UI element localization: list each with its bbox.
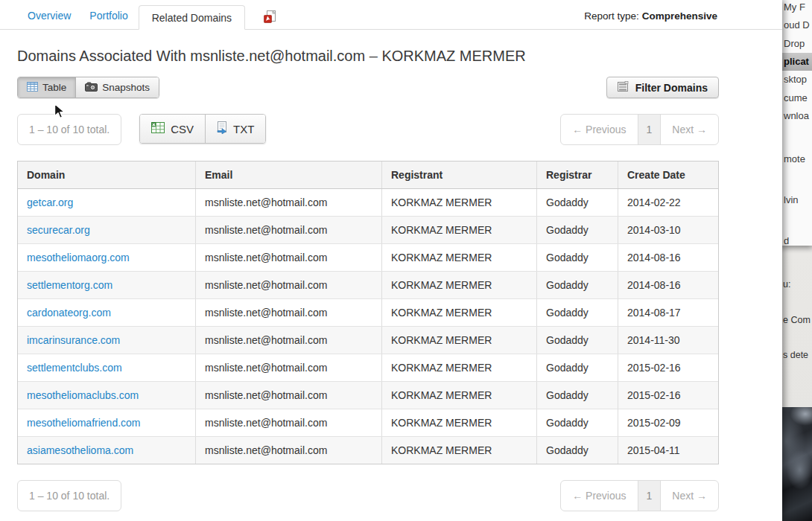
camera-icon <box>85 82 98 94</box>
tab-related-domains[interactable]: Related Domains <box>139 5 245 30</box>
table-row: settlementorg.com msnliste.net@hotmail.c… <box>18 272 718 299</box>
report-type-label: Report type: <box>584 10 639 22</box>
domain-link[interactable]: cardonateorg.com <box>27 307 111 319</box>
related-domains-content: Domains Associated With msnliste.net@hot… <box>17 48 719 511</box>
domain-cell: asiamesothelioma.com <box>18 437 195 464</box>
email-cell: msnliste.net@hotmail.com <box>195 437 381 464</box>
report-type: Report type:Comprehensive <box>584 10 717 22</box>
registrar-cell: Godaddy <box>536 437 618 464</box>
create-date-cell: 2014-02-22 <box>618 189 718 216</box>
finder-sidebar-item[interactable]: d <box>784 235 789 246</box>
finder-sidebar-item[interactable]: cume <box>784 92 808 103</box>
domain-link[interactable]: mesotheliomafriend.com <box>27 417 141 429</box>
background-document-window: u: e Com s dete <box>781 246 812 407</box>
create-date-cell: 2015-02-16 <box>618 354 718 381</box>
table-grid-icon <box>27 82 38 94</box>
registrar-cell: Godaddy <box>536 382 618 409</box>
txt-export-button[interactable]: TXT <box>205 115 265 143</box>
registrant-cell: KORKMAZ MERMER <box>381 382 536 409</box>
previous-page-button[interactable]: ← Previous <box>561 115 637 144</box>
tab-portfolio[interactable]: Portfolio <box>89 10 127 29</box>
domain-cell: mesotheliomaclubs.com <box>18 382 195 409</box>
next-page-button[interactable]: Next → <box>661 115 718 144</box>
domain-cell: securecar.org <box>18 217 195 243</box>
registrar-cell: Godaddy <box>536 409 618 436</box>
domain-link[interactable]: mesotheliomaorg.com <box>27 252 130 263</box>
registrant-cell: KORKMAZ MERMER <box>381 437 536 464</box>
create-date-cell: 2015-04-11 <box>618 437 718 464</box>
table-row: mesotheliomaorg.com msnliste.net@hotmail… <box>18 244 718 272</box>
domain-link[interactable]: settlementorg.com <box>27 279 112 291</box>
table-row: mesotheliomafriend.com msnliste.net@hotm… <box>18 409 718 437</box>
export-button-group: CSV TXT <box>139 114 266 144</box>
finder-sidebar-item[interactable]: mote <box>784 153 805 164</box>
domain-cell: settlementorg.com <box>18 272 195 298</box>
top-pagination-row: 1 – 10 of 10 total. CSV <box>17 114 719 145</box>
csv-label: CSV <box>171 123 194 135</box>
finder-sidebar-item[interactable]: Drop <box>784 38 805 49</box>
page-title: Domains Associated With msnliste.net@hot… <box>17 48 719 65</box>
create-date-cell: 2014-11-30 <box>618 327 718 354</box>
domain-link[interactable]: asiamesothelioma.com <box>27 444 133 456</box>
report-type-value: Comprehensive <box>642 10 717 22</box>
view-toggle-group: Table Snapshots <box>17 77 159 98</box>
registrar-cell: Godaddy <box>536 244 618 271</box>
finder-sidebar-item[interactable]: My F <box>784 1 805 13</box>
create-date-cell: 2015-02-09 <box>618 409 718 436</box>
finder-sidebar-item-selected[interactable]: plicat <box>781 53 812 71</box>
table-header-row: Domain Email Registrant Registrar Create… <box>18 162 718 189</box>
finder-sidebar-item[interactable]: wnloa <box>784 110 809 121</box>
tab-overview[interactable]: Overview <box>28 10 71 29</box>
column-header-domain: Domain <box>18 162 195 188</box>
registrant-cell: KORKMAZ MERMER <box>381 189 536 216</box>
finder-sidebar-item[interactable]: lvin <box>784 194 799 205</box>
finder-sidebar-item[interactable]: sktop <box>784 74 807 85</box>
csv-spreadsheet-icon <box>151 122 165 135</box>
document-text-fragment: u: <box>783 279 790 290</box>
domain-link[interactable]: getcar.org <box>27 196 73 208</box>
current-page-button[interactable]: 1 <box>638 115 662 144</box>
finder-sidebar-item[interactable]: oud D <box>784 19 810 31</box>
registrant-cell: KORKMAZ MERMER <box>381 217 536 243</box>
filter-list-icon <box>618 81 629 95</box>
domain-cell: mesotheliomaorg.com <box>18 244 195 271</box>
registrant-cell: KORKMAZ MERMER <box>381 354 536 381</box>
table-body: getcar.org msnliste.net@hotmail.com KORK… <box>18 189 718 464</box>
bottom-pagination-row: 1 – 10 of 10 total. ← Previous 1 Next → <box>17 480 719 511</box>
filter-domains-label: Filter Domains <box>635 82 708 94</box>
domain-link[interactable]: securecar.org <box>27 224 90 236</box>
browser-window: Overview Portfolio Related Domains Repor… <box>0 0 782 521</box>
pagination-bottom: ← Previous 1 Next → <box>560 480 719 511</box>
table-row: imcarinsurance.com msnliste.net@hotmail.… <box>18 327 718 354</box>
pagination-top: ← Previous 1 Next → <box>560 114 719 145</box>
desktop-wallpaper <box>781 407 812 521</box>
registrar-cell: Godaddy <box>536 217 618 243</box>
domain-cell: cardonateorg.com <box>18 299 195 326</box>
registrar-cell: Godaddy <box>536 299 618 326</box>
create-date-cell: 2015-02-16 <box>618 382 718 409</box>
email-cell: msnliste.net@hotmail.com <box>195 382 381 409</box>
filter-domains-button[interactable]: Filter Domains <box>606 77 719 98</box>
table-row: getcar.org msnliste.net@hotmail.com KORK… <box>18 189 718 217</box>
domain-link[interactable]: settlementclubs.com <box>27 362 122 374</box>
email-cell: msnliste.net@hotmail.com <box>195 272 381 298</box>
registrant-cell: KORKMAZ MERMER <box>381 272 536 298</box>
registrar-cell: Godaddy <box>536 272 618 298</box>
snapshots-view-button[interactable]: Snapshots <box>75 77 159 98</box>
next-page-button[interactable]: Next → <box>661 481 718 511</box>
current-page-button[interactable]: 1 <box>638 481 662 511</box>
results-total-bottom: 1 – 10 of 10 total. <box>17 480 121 511</box>
registrant-cell: KORKMAZ MERMER <box>381 409 536 436</box>
table-row: securecar.org msnliste.net@hotmail.com K… <box>18 217 718 244</box>
pdf-export-icon[interactable] <box>264 10 276 25</box>
previous-page-button[interactable]: ← Previous <box>561 481 637 511</box>
column-header-registrant: Registrant <box>381 162 536 188</box>
csv-export-button[interactable]: CSV <box>140 115 205 143</box>
table-view-button[interactable]: Table <box>18 77 75 98</box>
domain-link[interactable]: imcarinsurance.com <box>27 334 120 346</box>
domain-link[interactable]: mesotheliomaclubs.com <box>27 389 139 401</box>
report-tab-bar: Overview Portfolio Related Domains Repor… <box>0 0 782 30</box>
create-date-cell: 2014-08-17 <box>618 299 718 326</box>
create-date-cell: 2014-08-16 <box>618 244 718 271</box>
tab-related-domains-label: Related Domains <box>152 12 232 24</box>
